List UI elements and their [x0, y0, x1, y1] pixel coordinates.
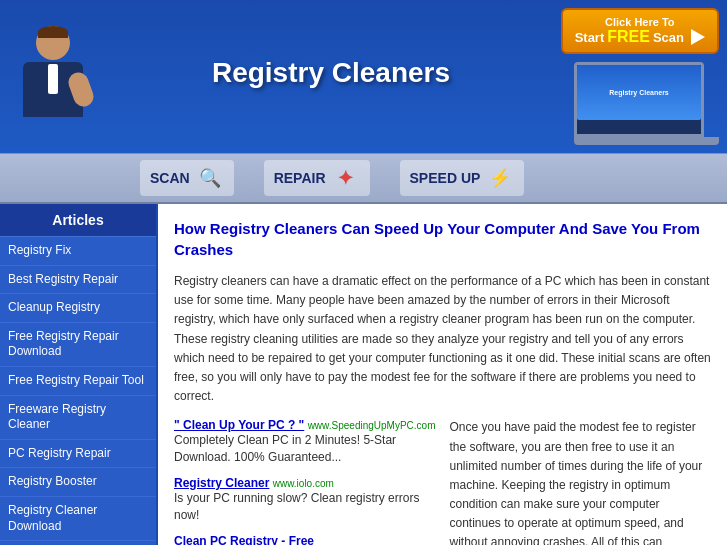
sidebar-item-registry-cleaner-download[interactable]: Registry Cleaner Download: [0, 497, 156, 541]
person-head: [36, 26, 70, 60]
site-title: Registry Cleaners: [103, 57, 559, 89]
article-3-title[interactable]: Clean PC Registry - Free: [174, 534, 314, 546]
articles-column: " Clean Up Your PC ? " www.SpeedingUpMyP…: [174, 418, 436, 545]
laptop-image: Registry Cleaners: [574, 62, 719, 145]
header-person-image: [8, 37, 103, 117]
article-2: Registry Cleaner www.iolo.com Is your PC…: [174, 476, 436, 524]
scan-icon: [196, 164, 224, 192]
article-2-url: www.iolo.com: [273, 478, 334, 489]
header-right: Click Here To Start FREE Scan Registry C…: [559, 8, 719, 145]
cta-button[interactable]: Click Here To Start FREE Scan: [561, 8, 719, 54]
article-2-desc: Is your PC running slow? Clean registry …: [174, 490, 436, 524]
content-title: How Registry Cleaners Can Speed Up Your …: [174, 218, 711, 260]
content-columns: " Clean Up Your PC ? " www.SpeedingUpMyP…: [174, 418, 711, 545]
sidebar-item-registry-fix-1[interactable]: Registry Fix: [0, 237, 156, 266]
repair-label: REPAIR: [274, 170, 326, 186]
sidebar-item-cleanup-registry[interactable]: Cleanup Registry: [0, 294, 156, 323]
article-1-title[interactable]: " Clean Up Your PC ? ": [174, 418, 304, 432]
play-icon: [691, 29, 705, 45]
sidebar-item-best-registry-repair[interactable]: Best Registry Repair: [0, 266, 156, 295]
nav-speed[interactable]: SPEED UP: [400, 160, 525, 196]
nav-repair[interactable]: REPAIR: [264, 160, 370, 196]
scan-label: SCAN: [150, 170, 190, 186]
sidebar-item-pc-registry-repair[interactable]: PC Registry Repair: [0, 440, 156, 469]
cta-line1: Click Here To: [575, 16, 705, 28]
speed-label: SPEED UP: [410, 170, 481, 186]
laptop-base: [574, 137, 719, 145]
laptop-screen: Registry Cleaners: [577, 65, 701, 120]
header-center: Registry Cleaners: [103, 57, 559, 97]
article-2-title[interactable]: Registry Cleaner: [174, 476, 269, 490]
sidebar-item-registry-clean-repair[interactable]: Registry Clean Repair: [0, 541, 156, 545]
person-body: [23, 62, 83, 117]
repair-icon: [332, 164, 360, 192]
cta-line2: Start FREE Scan: [575, 28, 705, 46]
sidebar-item-free-registry-repair-download[interactable]: Free Registry Repair Download: [0, 323, 156, 367]
header: Registry Cleaners Click Here To Start FR…: [0, 0, 727, 204]
main-content: How Registry Cleaners Can Speed Up Your …: [158, 204, 727, 545]
article-1-url: www.SpeedingUpMyPC.com: [308, 420, 436, 431]
sidebar-item-free-registry-repair-tool[interactable]: Free Registry Repair Tool: [0, 367, 156, 396]
person-hair: [38, 26, 68, 38]
nav-bar: SCAN REPAIR SPEED UP: [0, 153, 727, 204]
content-right-column: Once you have paid the modest fee to reg…: [450, 418, 712, 545]
article-3: Clean PC Registry - Free CleanRegistry.F…: [174, 534, 436, 546]
content-intro: Registry cleaners can have a dramatic ef…: [174, 272, 711, 406]
sidebar: Articles Registry Fix Best Registry Repa…: [0, 204, 158, 545]
content-right-text: Once you have paid the modest fee to reg…: [450, 420, 703, 545]
nav-scan[interactable]: SCAN: [140, 160, 234, 196]
person-arm: [66, 69, 97, 109]
speed-icon: [486, 164, 514, 192]
sidebar-item-registry-booster[interactable]: Registry Booster: [0, 468, 156, 497]
sidebar-title: Articles: [0, 204, 156, 237]
article-1: " Clean Up Your PC ? " www.SpeedingUpMyP…: [174, 418, 436, 466]
article-1-desc: Completely Clean PC in 2 Minutes! 5-Star…: [174, 432, 436, 466]
sidebar-item-freeware-registry-cleaner[interactable]: Freeware Registry Cleaner: [0, 396, 156, 440]
main-layout: Articles Registry Fix Best Registry Repa…: [0, 204, 727, 545]
